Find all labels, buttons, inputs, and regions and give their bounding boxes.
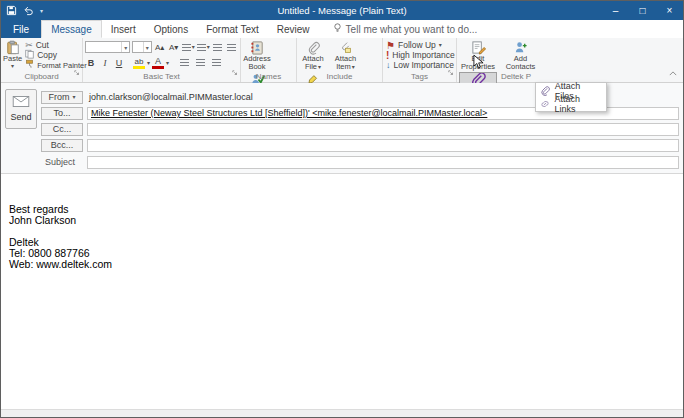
tell-me-box[interactable]: Tell me what you want to do... xyxy=(333,20,478,38)
menu-item-attach-links[interactable]: Attach Links xyxy=(537,97,605,110)
from-button[interactable]: From ▾ xyxy=(41,91,83,104)
tab-message[interactable]: Message xyxy=(41,20,102,38)
bcc-button[interactable]: Bcc... xyxy=(41,139,83,152)
font-size-combobox[interactable]: ▾ xyxy=(132,41,151,53)
paste-caret-icon: ▾ xyxy=(11,63,14,69)
subject-row: Subject xyxy=(41,155,679,169)
font-color-caret-icon[interactable]: ▾ xyxy=(166,60,169,66)
bullets-button[interactable]: ▾ xyxy=(182,41,195,53)
decrease-indent-button[interactable] xyxy=(212,41,224,53)
follow-up-label: Follow Up xyxy=(398,40,436,50)
maximize-button[interactable]: □ xyxy=(629,1,656,20)
increase-indent-icon xyxy=(227,44,236,51)
font-color-button[interactable]: A xyxy=(152,56,164,69)
underline-button[interactable]: U xyxy=(113,57,125,69)
low-importance-label: Low Importance xyxy=(394,60,454,70)
bold-button[interactable]: B xyxy=(85,57,97,69)
window-title: Untitled - Message (Plain Text) xyxy=(1,1,683,20)
decrease-indent-icon xyxy=(213,44,222,51)
tab-insert[interactable]: Insert xyxy=(102,20,145,38)
tags-dialog-launcher-icon[interactable] xyxy=(448,62,454,80)
group-include: Attach File▾ Attach Item▾ Signature ▾ In… xyxy=(297,38,383,82)
tags-group-label: Tags xyxy=(383,72,456,82)
group-names: Address Book Check Names Names xyxy=(241,38,297,82)
cc-button[interactable]: Cc... xyxy=(41,123,83,136)
numbering-icon xyxy=(197,44,206,51)
low-importance-icon: ↓ xyxy=(386,60,391,70)
attach-item-icon xyxy=(339,40,352,55)
align-left-button[interactable] xyxy=(177,57,191,69)
bcc-field[interactable] xyxy=(87,139,679,152)
names-group-label: Names xyxy=(241,72,296,82)
subject-field[interactable] xyxy=(87,156,679,169)
address-book-button[interactable]: Address Book xyxy=(243,40,271,72)
send-label: Send xyxy=(10,112,31,122)
titlebar: ▾ Untitled - Message (Plain Text) – □ × xyxy=(1,1,683,20)
tab-review[interactable]: Review xyxy=(268,20,319,38)
high-importance-button[interactable]: ! High Importance xyxy=(385,50,454,60)
cc-row: Cc... xyxy=(41,122,679,136)
increase-indent-button[interactable] xyxy=(226,41,238,53)
high-importance-icon: ! xyxy=(386,50,389,61)
clipboard-group-label: Clipboard xyxy=(1,72,82,82)
from-caret-icon: ▾ xyxy=(72,94,75,100)
font-name-combobox[interactable]: ▾ xyxy=(85,41,130,53)
attach-files-menu-icon xyxy=(539,85,551,96)
cc-field[interactable] xyxy=(87,123,679,136)
message-body[interactable]: Best regards John Clarkson Deltek Tel: 0… xyxy=(1,173,683,409)
clipboard-dialog-launcher-icon[interactable] xyxy=(74,62,80,80)
align-left-icon xyxy=(180,59,189,66)
close-button[interactable]: × xyxy=(656,1,683,20)
address-book-icon xyxy=(250,40,265,55)
tab-format-text[interactable]: Format Text xyxy=(197,20,268,38)
format-painter-icon xyxy=(25,59,34,71)
collapse-ribbon-icon[interactable] xyxy=(669,62,677,80)
follow-up-caret-icon: ▾ xyxy=(439,42,442,48)
tell-me-label: Tell me what you want to do... xyxy=(346,24,478,35)
copy-label: Copy xyxy=(37,50,57,60)
attach-links-menu-label: Attach Links xyxy=(554,94,601,114)
numbering-button[interactable]: ▾ xyxy=(197,41,210,53)
align-center-icon xyxy=(196,59,205,66)
align-right-button[interactable] xyxy=(209,57,223,69)
to-recipient[interactable]: Mike Fenester (Neway Steel Structures Lt… xyxy=(91,108,487,118)
lightbulb-icon xyxy=(333,22,342,36)
to-button[interactable]: To... xyxy=(41,107,83,120)
attach-item-label-2: Item xyxy=(336,63,351,71)
tab-options[interactable]: Options xyxy=(145,20,197,38)
attach-item-button[interactable]: Attach Item▾ xyxy=(331,40,359,72)
add-contacts-label-2: Contacts xyxy=(506,63,536,71)
italic-button[interactable]: I xyxy=(99,57,111,69)
group-basic-text: ▾ ▾ A▴ A▾ ▾ ▾ B I U ab ▾ A ▾ xyxy=(83,38,241,82)
tab-file[interactable]: File xyxy=(1,20,41,38)
paste-button[interactable]: Paste ▾ xyxy=(3,40,22,72)
grow-font-button[interactable]: A▴ xyxy=(154,41,166,53)
window-bottom-strip xyxy=(1,409,683,417)
ribbon-tab-row: File Message Insert Options Format Text … xyxy=(1,20,683,38)
align-right-icon xyxy=(212,59,221,66)
group-tags: ⚑ Follow Up ▾ ! High Importance ↓ Low Im… xyxy=(383,38,457,82)
send-envelope-icon xyxy=(12,96,30,109)
edit-properties-icon xyxy=(471,40,486,55)
attach-file-label-2: File xyxy=(305,63,317,71)
low-importance-button[interactable]: ↓ Low Importance xyxy=(385,60,454,70)
follow-up-button[interactable]: ⚑ Follow Up ▾ xyxy=(385,40,454,50)
send-button[interactable]: Send xyxy=(5,89,37,129)
shrink-font-button[interactable]: A▾ xyxy=(168,41,180,53)
ribbon: Paste ▾ ✂ Cut Copy xyxy=(1,38,683,83)
bcc-label: Bcc... xyxy=(51,140,74,150)
attach-file-icon xyxy=(307,40,320,55)
include-group-label: Include xyxy=(297,72,382,82)
font-size-caret-icon: ▾ xyxy=(143,42,151,52)
align-center-button[interactable] xyxy=(193,57,207,69)
add-contacts-button[interactable]: Add Contacts xyxy=(501,40,539,72)
basic-text-dialog-launcher-icon[interactable] xyxy=(232,62,238,80)
text-highlight-caret-icon[interactable]: ▾ xyxy=(147,60,150,66)
attach-file-button[interactable]: Attach File▾ xyxy=(299,40,327,72)
window-controls: – □ × xyxy=(602,1,683,20)
minimize-button[interactable]: – xyxy=(602,1,629,20)
text-highlight-button[interactable]: ab xyxy=(133,56,145,69)
paste-icon xyxy=(6,40,20,55)
cc-label: Cc... xyxy=(53,124,72,134)
outlook-message-window: ▾ Untitled - Message (Plain Text) – □ × … xyxy=(0,0,684,418)
